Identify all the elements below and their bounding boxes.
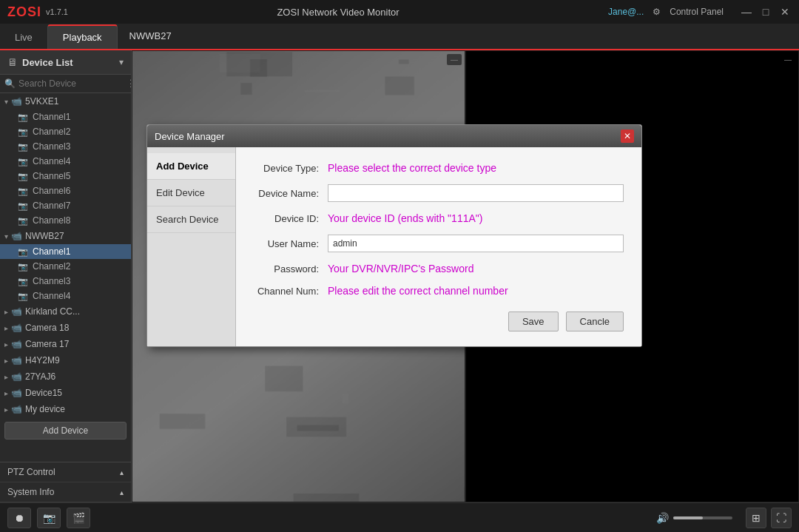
channel-item[interactable]: 📷 Channel5 <box>0 169 131 183</box>
password-placeholder: Your DVR/NVR/IPC's Password <box>328 263 473 275</box>
collapse-icon: ▾ <box>4 232 8 240</box>
save-button[interactable]: Save <box>508 312 559 331</box>
collapse-icon: ▸ <box>4 405 8 414</box>
device-name: 5VKXE1 <box>25 96 127 107</box>
logo-text: ZOSI <box>7 4 41 20</box>
device-group-5vkxe1: ▾ 📹 5VKXE1 📷 Channel1 📷 Channel2 📷 Chann… <box>0 93 131 228</box>
search-input[interactable] <box>18 78 129 89</box>
password-row: Password: Your DVR/NVR/IPC's Password <box>254 263 624 275</box>
device-list-label: Device List <box>22 57 73 68</box>
view-buttons: ⊞ ⛶ <box>746 508 792 528</box>
camera-icon: 📷 <box>18 277 28 286</box>
grid-view-button[interactable]: ⊞ <box>746 508 766 528</box>
channel-item[interactable]: 📷 Channel3 <box>0 139 131 154</box>
device-camera17[interactable]: ▸ 📹 Camera 17 <box>0 336 131 352</box>
channel-item[interactable]: 📷 Channel3 <box>0 274 131 289</box>
device-type-row: Device Type: Please select the correct d… <box>254 162 624 174</box>
fullscreen-button[interactable]: ⛶ <box>771 508 792 528</box>
device-icon: 📹 <box>11 96 22 107</box>
grid-icon: ⊞ <box>752 512 761 524</box>
titlebar-controls: Jane@... ⚙ Control Panel — □ ✕ <box>608 6 792 18</box>
maximize-button[interactable]: □ <box>759 6 772 18</box>
camera-icon: 📷 <box>43 512 55 524</box>
channel-num-row: Channel Num: Please edit the correct cha… <box>254 285 624 297</box>
device-name-input[interactable] <box>328 184 624 202</box>
channel-label: Channel1 <box>33 112 70 122</box>
channel-item[interactable]: 📷 Channel1 <box>0 110 131 124</box>
device-name: Device15 <box>25 388 127 398</box>
app-version: v1.7.1 <box>46 7 68 16</box>
video-button[interactable]: 🎬 <box>67 508 90 528</box>
user-name-input[interactable] <box>328 235 624 252</box>
minimize-button[interactable]: — <box>740 6 753 18</box>
channel-label: Channel3 <box>33 276 70 286</box>
device-manager-dialog: Device Manager ✕ Add Device Edit Device … <box>146 124 642 347</box>
device-name: NWWB27 <box>25 231 127 241</box>
collapse-icon: ▸ <box>4 389 8 397</box>
nav-search-device[interactable]: Search Device <box>147 206 235 233</box>
search-icon: 🔍 <box>4 78 16 89</box>
device-h4y2m9[interactable]: ▸ 📹 H4Y2M9 <box>0 352 131 368</box>
window-buttons: — □ ✕ <box>740 6 792 18</box>
ptz-control-section[interactable]: PTZ Control ▴ <box>0 462 131 482</box>
device-type-placeholder: Please select the correct device type <box>328 162 496 174</box>
device-camera18[interactable]: ▸ 📹 Camera 18 <box>0 320 131 336</box>
channel-item[interactable]: 📷 Channel4 <box>0 154 131 169</box>
dialog-sidebar: Add Device Edit Device Search Device <box>147 147 236 346</box>
channel-item[interactable]: 📷 Channel7 <box>0 198 131 213</box>
gear-icon[interactable]: ⚙ <box>653 7 661 17</box>
record-button[interactable]: ⏺ <box>7 508 31 528</box>
volume-slider[interactable] <box>673 516 732 519</box>
add-device-button[interactable]: Add Device <box>4 422 127 440</box>
snapshot-button[interactable]: 📷 <box>37 508 61 528</box>
system-info-section[interactable]: System Info ▴ <box>0 482 131 502</box>
volume-icon: 🔊 <box>656 512 669 524</box>
camera-icon: 📷 <box>18 262 28 272</box>
channel-label: Channel4 <box>33 291 70 301</box>
channel-item[interactable]: 📷 Channel2 <box>0 259 131 274</box>
device-icon: 📹 <box>11 231 22 241</box>
chevron-down-icon[interactable]: ▾ <box>119 57 124 67</box>
device-list-header-left: 🖥 Device List <box>7 56 73 68</box>
channel-num-label: Channel Num: <box>254 286 328 297</box>
collapse-icon: ▸ <box>4 357 8 365</box>
nav-add-device[interactable]: Add Device <box>147 153 235 180</box>
titlebar: ZOSI v1.7.1 ZOSI Network Video Monitor J… <box>0 0 799 24</box>
channel-label: Channel2 <box>33 127 70 137</box>
bottombar: ⏺ 📷 🎬 🔊 ⊞ ⛶ <box>0 502 799 532</box>
device-tree: ▾ 📹 5VKXE1 📷 Channel1 📷 Channel2 📷 Chann… <box>0 93 131 462</box>
device-27yaj6[interactable]: ▸ 📹 27YAJ6 <box>0 368 131 385</box>
dialog-close-button[interactable]: ✕ <box>621 129 634 143</box>
tab-page: NWWB27 <box>118 22 183 49</box>
user-name-row: User Name: <box>254 235 624 252</box>
channel-item[interactable]: 📷 Channel6 <box>0 183 131 198</box>
tab-live[interactable]: Live <box>0 26 47 49</box>
device-kirkland[interactable]: ▸ 📹 Kirkland CC... <box>0 303 131 320</box>
camera-icon: 📷 <box>18 216 28 226</box>
tab-playback[interactable]: Playback <box>47 24 118 49</box>
device-device15[interactable]: ▸ 📹 Device15 <box>0 385 131 401</box>
channel-item[interactable]: 📷 Channel4 <box>0 289 131 303</box>
device-mydevice[interactable]: ▸ 📹 My device <box>0 401 131 417</box>
channel-item-active[interactable]: 📷 Channel1 <box>0 244 131 259</box>
channel-item[interactable]: 📷 Channel8 <box>0 213 131 228</box>
channel-label: Channel4 <box>33 156 70 166</box>
cancel-button[interactable]: Cancle <box>566 312 624 331</box>
nav-edit-device[interactable]: Edit Device <box>147 180 235 206</box>
close-button[interactable]: ✕ <box>778 6 792 18</box>
device-nwwb27[interactable]: ▾ 📹 NWWB27 <box>0 228 131 244</box>
device-name: Camera 18 <box>25 323 127 333</box>
camera-icon: 📷 <box>18 142 28 152</box>
channel-label: Channel8 <box>33 215 70 226</box>
device-name-label: Device Name: <box>254 188 328 199</box>
device-name: H4Y2M9 <box>25 355 127 366</box>
fullscreen-icon: ⛶ <box>776 512 786 524</box>
device-5vkxe1[interactable]: ▾ 📹 5VKXE1 <box>0 93 131 110</box>
channel-item[interactable]: 📷 Channel2 <box>0 124 131 139</box>
control-panel-label[interactable]: Control Panel <box>670 7 724 17</box>
password-label: Password: <box>254 263 328 275</box>
camera-icon: 📷 <box>18 127 28 137</box>
sidebar-footer: PTZ Control ▴ System Info ▴ <box>0 462 131 502</box>
sidebar: 🖥 Device List ▾ 🔍 ☰ ▾ 📹 5VKXE1 📷 Channel… <box>0 50 132 502</box>
device-name: Camera 17 <box>25 339 127 349</box>
